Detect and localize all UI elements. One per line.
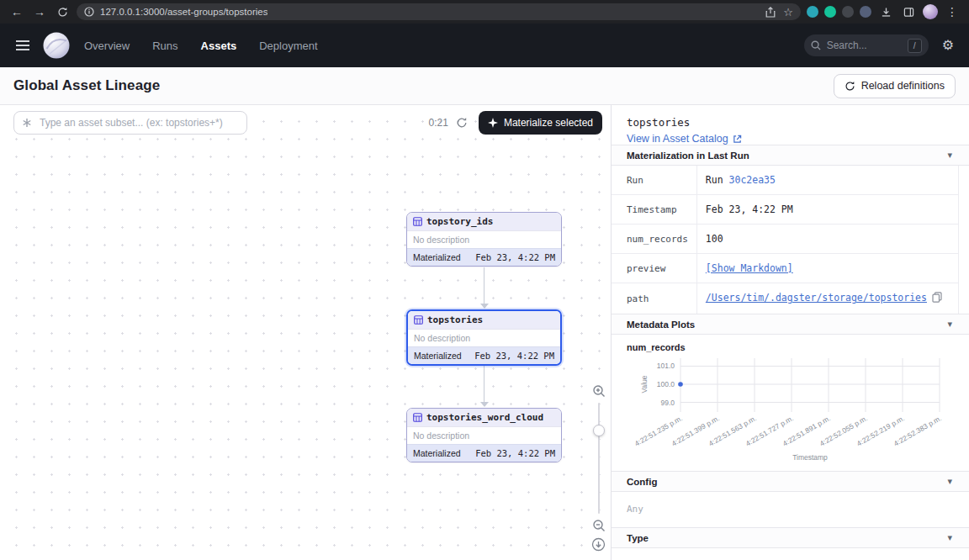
extension-icon[interactable] [807, 6, 818, 18]
asset-node-name: topstory_ids [426, 216, 493, 227]
search-placeholder: Search... [827, 40, 867, 51]
asset-node-topstories_word_cloud[interactable]: topstories_word_cloud No description Mat… [406, 408, 562, 462]
asset-node-description: No description [407, 426, 561, 444]
asset-node-description: No description [408, 329, 560, 346]
nav-runs[interactable]: Runs [152, 40, 177, 52]
asset-details-sidebar: topstories View in Asset Catalog Materia… [611, 105, 969, 560]
settings-gear-icon[interactable]: ⚙ [942, 39, 954, 52]
materialization-table: Run Run 30c2ea35 Timestamp Feb 23, 4:22 … [612, 166, 959, 314]
asset-node-name: topstories [427, 314, 483, 325]
browser-forward-icon[interactable]: → [31, 3, 48, 20]
lineage-edge [479, 267, 489, 309]
search-shortcut-key: / [908, 39, 922, 53]
section-config-header[interactable]: Config ▾ [612, 471, 969, 492]
global-search[interactable]: Search... / [804, 34, 929, 56]
extension-icon[interactable] [842, 6, 854, 18]
table-row: num_records 100 [612, 225, 959, 254]
zoom-slider-handle[interactable] [593, 425, 605, 436]
browser-chrome: ← → 127.0.0.1:3000/asset-groups/topstori… [0, 0, 969, 24]
extension-icon[interactable] [860, 6, 871, 18]
dagster-logo[interactable] [42, 31, 71, 60]
asset-selector-icon [22, 118, 32, 128]
chevron-down-icon: ▾ [947, 476, 952, 487]
config-value: Any [612, 492, 969, 528]
site-info-icon[interactable] [84, 7, 94, 17]
reload-definitions-button[interactable]: Reload definitions [834, 74, 956, 98]
chevron-down-icon: ▾ [947, 532, 952, 543]
asset-lineage-graph: 0:21 Materialize selected topstory_ids N… [0, 105, 611, 560]
section-materialization-header[interactable]: Materialization in Last Run ▾ [612, 145, 969, 166]
table-row: path /Users/tim/.dagster/storage/topstor… [612, 283, 959, 314]
plot-title: num_records [627, 342, 969, 352]
asset-table-icon [413, 413, 422, 422]
downloads-icon[interactable] [877, 3, 894, 20]
hamburger-menu-icon[interactable] [15, 40, 32, 51]
bookmark-star-icon[interactable]: ☆ [783, 6, 793, 18]
asset-node-status: Materialized [413, 252, 461, 262]
asset-node-name: topstories_word_cloud [426, 412, 543, 423]
side-panel-icon[interactable] [900, 3, 917, 20]
materialize-selected-button[interactable]: Materialize selected [479, 111, 602, 135]
chevron-down-icon: ▾ [947, 319, 952, 330]
view-in-asset-catalog-link[interactable]: View in Asset Catalog [627, 133, 742, 145]
zoom-controls [591, 384, 606, 552]
nav-overview[interactable]: Overview [84, 40, 130, 52]
share-icon[interactable] [765, 7, 776, 18]
svg-text:Value: Value [640, 375, 649, 393]
sparkle-icon [488, 118, 498, 128]
run-link[interactable]: 30c2ea35 [729, 174, 776, 186]
zoom-in-icon[interactable] [592, 384, 606, 398]
browser-profile-avatar[interactable] [923, 4, 938, 19]
asset-node-topstory_ids[interactable]: topstory_ids No description Materialized… [406, 212, 562, 267]
zoom-slider[interactable] [593, 403, 605, 514]
asset-node-timestamp: Feb 23, 4:22 PM [474, 351, 554, 361]
metadata-plot: 99.0100.0101.04:22:51.235 p.m.4:22:51.39… [617, 354, 969, 468]
search-icon [811, 40, 821, 50]
table-row: Run Run 30c2ea35 [612, 166, 959, 195]
asset-node-timestamp: Feb 23, 4:22 PM [475, 252, 555, 262]
graph-refresh-icon[interactable] [456, 117, 468, 129]
svg-text:101.0: 101.0 [657, 362, 675, 370]
lineage-edge [479, 366, 489, 407]
asset-node-status: Materialized [413, 448, 461, 458]
svg-text:Timestamp: Timestamp [792, 453, 828, 462]
asset-subset-input[interactable] [13, 111, 247, 135]
copy-path-icon[interactable] [932, 292, 942, 305]
browser-reload-icon[interactable] [54, 3, 71, 20]
asset-name: topstories [627, 116, 954, 129]
browser-menu-icon[interactable]: ⋮ [944, 3, 961, 20]
section-type-header[interactable]: Type ▾ [612, 527, 969, 548]
table-row: preview [Show Markdown] [612, 254, 959, 283]
chevron-down-icon: ▾ [947, 150, 952, 161]
asset-node-timestamp: Feb 23, 4:22 PM [475, 448, 555, 458]
extension-icon[interactable] [824, 6, 836, 18]
address-bar[interactable]: 127.0.0.1:3000/asset-groups/topstories ☆ [77, 3, 801, 20]
asset-table-icon [414, 315, 423, 325]
path-link[interactable]: /Users/tim/.dagster/storage/topstories [706, 292, 927, 304]
refresh-icon [845, 81, 855, 92]
show-markdown-link[interactable]: [Show Markdown] [706, 262, 793, 274]
refresh-timer: 0:21 [429, 117, 448, 129]
svg-text:99.0: 99.0 [660, 399, 675, 407]
asset-node-topstories[interactable]: topstories No description Materialized F… [406, 309, 562, 366]
url-text: 127.0.0.1:3000/asset-groups/topstories [100, 7, 267, 17]
browser-back-icon[interactable]: ← [8, 3, 25, 20]
section-metadata-plots-header[interactable]: Metadata Plots ▾ [612, 314, 969, 335]
table-row: Timestamp Feb 23, 4:22 PM [612, 195, 959, 225]
asset-node-status: Materialized [414, 351, 462, 361]
nav-deployment[interactable]: Deployment [259, 40, 317, 52]
asset-node-description: No description [407, 230, 561, 248]
zoom-out-icon[interactable] [592, 519, 606, 532]
page-header: Global Asset Lineage Reload definitions [0, 67, 969, 105]
asset-table-icon [413, 217, 422, 226]
dagster-top-nav: Overview Runs Assets Deployment Search..… [0, 24, 969, 67]
external-link-icon [733, 135, 742, 144]
svg-text:100.0: 100.0 [657, 380, 675, 388]
nav-assets[interactable]: Assets [201, 40, 237, 52]
recenter-icon[interactable] [591, 537, 606, 552]
page-title: Global Asset Lineage [13, 77, 160, 94]
